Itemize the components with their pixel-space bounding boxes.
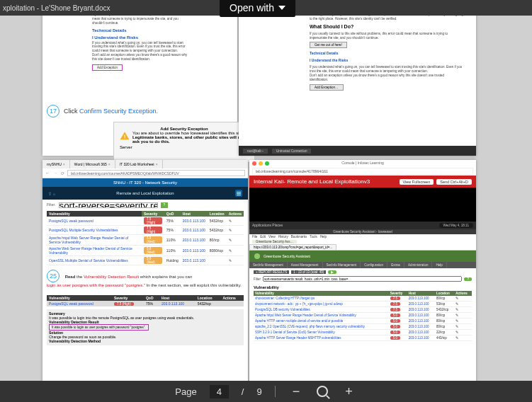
filter-input[interactable] (59, 202, 158, 208)
browser-title: Console | Infosec Learning (249, 161, 476, 165)
summary-box: Summary It was possible to login into th… (47, 309, 244, 345)
gb-filter-label: + REPORT RESULTS (254, 270, 289, 274)
page-label: Page (175, 386, 196, 397)
gb-filter-row: + REPORT RESULTS 1 - 13 of 13 (total: 49… (249, 268, 476, 276)
bl-tabs: mySNHU× Word | Microsoft 365× IT 320 Lab… (43, 160, 248, 168)
url-input[interactable]: lab.infoseclearning.com/course/AKADPSMEO… (67, 170, 245, 176)
br-url-input[interactable]: lab.infoseclearning.com/console/4178964/… (252, 168, 473, 175)
tab-worksheet[interactable]: IT 320 Lab Worksheet× (115, 160, 163, 168)
page-current[interactable]: 4 (210, 385, 229, 398)
nav-fwd-icon[interactable]: → (53, 171, 58, 176)
filter-go-button[interactable]: ? (161, 202, 169, 208)
gb-nav-item[interactable]: Configuration (361, 262, 387, 268)
gb-nav-item[interactable]: Help (432, 262, 446, 268)
open-with-label: Open with (230, 2, 274, 13)
greenbone-nav: SecInfo ManagementAsset ManagementSecInf… (249, 262, 476, 268)
kali-date: Wed May 4, 18:11 (439, 223, 473, 228)
kali-menu-left[interactable]: Applications Places (252, 223, 283, 228)
ff-url[interactable]: https://203.0.113.20/omp?cmd=get_report&… (249, 244, 336, 250)
ff-menu-item[interactable]: Edit (260, 235, 266, 239)
task-terminal[interactable]: root@kali:~ (243, 149, 268, 154)
pane-lab-right: Console | Infosec Learning lab.infosecle… (249, 160, 476, 394)
ff-menu-item[interactable]: Tools (310, 235, 317, 239)
pane-warning-left: What Should I Do? If you usually connect… (43, 0, 237, 156)
tr-tech[interactable]: Technical Details (310, 51, 463, 55)
close-icon[interactable]: × (63, 162, 65, 166)
page-total: 9 (256, 386, 261, 397)
br-url-bar: lab.infoseclearning.com/console/4178964/… (249, 167, 476, 176)
gb-section-title: Vulnerability (249, 284, 476, 291)
get-me-out-button[interactable]: Get me out of here! (310, 42, 347, 48)
page-sep: / (242, 386, 244, 397)
gb-nav-item[interactable]: Asset Management (288, 262, 323, 268)
greenbone-logo-icon (254, 253, 261, 260)
tr-taskbar: root@kali:~ Untrusted Connection (239, 146, 476, 156)
tab-word[interactable]: Word | Microsoft 365× (70, 160, 115, 168)
step-17-circle: 17 (47, 105, 60, 117)
ff-menu: FileEditViewHistoryBookmarksToolsHelp (249, 234, 476, 239)
add-exception-dialog: Add Security Exception You are about to … (113, 122, 255, 163)
doc-title: xploitation - Le'Shone Bryant.docx (0, 4, 110, 12)
tab-mysnhu[interactable]: mySNHU× (43, 160, 70, 168)
add-exception-button-outline[interactable]: Add Exception (92, 64, 123, 71)
gb-filter-go[interactable]: ▶ (328, 270, 336, 274)
gb-filter-apply[interactable]: ? (464, 277, 472, 281)
tr-heading: What Should I Do? (310, 24, 463, 29)
ff-menu-item[interactable]: Help (320, 235, 327, 239)
step-17-verb: Click (64, 108, 78, 115)
zoom-fit-button[interactable] (317, 386, 328, 397)
gb-table: Vulnerability Severity Host Location Act… (254, 291, 472, 341)
pane-lab-left: mySNHU× Word | Microsoft 365× IT 320 Lab… (43, 160, 248, 394)
close-icon[interactable]: × (156, 162, 158, 166)
gb-nav-item[interactable]: Administration (404, 262, 433, 268)
nav-reload-icon[interactable]: ⟳ (61, 171, 64, 176)
warning-icon (120, 131, 130, 141)
step-17-link: Confirm Security Exception. (79, 108, 158, 115)
gb-nav-item[interactable]: SecInfo Management (323, 262, 361, 268)
dialog-server: Server (120, 145, 249, 149)
open-with-button[interactable]: Open with (220, 0, 295, 17)
svg-point-0 (254, 253, 260, 259)
zoom-in-button[interactable]: + (341, 384, 357, 399)
ff-tabs: Greenbone Security Ass… (249, 239, 476, 244)
gb-filter-pager: 1 - 13 of 13 (total: 49) (291, 270, 326, 274)
close-icon[interactable]: × (108, 162, 111, 166)
bl-url-bar: ← → ⟳ lab.infoseclearning.com/course/AKA… (43, 168, 248, 178)
ff-menu-item[interactable]: File (252, 235, 257, 239)
gb-nav-item[interactable]: SecInfo Management (249, 262, 288, 268)
tr-risks[interactable]: I Understand the Risks (310, 58, 463, 62)
tl-p2: If you understand what's going on, you c… (92, 41, 188, 54)
task-browser[interactable]: Untrusted Connection (272, 149, 312, 154)
ff-urlrow: https://203.0.113.20/omp?cmd=get_report&… (249, 244, 476, 251)
bl-filter-row: Filter: ? (43, 200, 248, 211)
caret-down-icon (278, 6, 285, 10)
tl-risks[interactable]: I Understand the Risks (92, 35, 188, 40)
vuln-table-2: Vulnerability Severity QoD Host Location… (47, 295, 244, 306)
ff-menu-item[interactable]: History (278, 235, 288, 239)
pane-warning-right: Normally, when you try to connect secure… (239, 0, 476, 156)
greenbone-brand: Greenbone Security Assistant (249, 251, 476, 262)
tab-greenbone[interactable]: Greenbone Security Ass… (252, 240, 297, 243)
vdr-highlight: It was possible to login as user postgre… (49, 324, 149, 331)
vm-title: Internal Kali- Remote and Local Exploita… (254, 178, 370, 185)
add-exception-button[interactable]: Add Exception… (310, 84, 344, 91)
kali-menubar: Applications Places Wed May 4, 18:11 (249, 222, 476, 229)
vm-header: Internal Kali- Remote and Local Exploita… (249, 176, 476, 188)
tl-p3: Don't add an exception unless you know t… (92, 53, 188, 62)
tl-tech[interactable]: Technical Details (92, 28, 188, 33)
view-fullscreen-button[interactable]: View Fullscreen (400, 179, 434, 185)
page-control-bar: Page 4 / 9 − + (0, 381, 532, 402)
lesson-title-bar: ⇪ ⌂ Remote and Local Exploitation (43, 187, 248, 200)
step-25-circle: 25 (47, 270, 60, 282)
send-ctrlaltdel-button[interactable]: Send Ctrl+Alt+D (436, 179, 472, 185)
tr-p1: If you usually connect to this site with… (310, 32, 463, 40)
gb-filter-input[interactable] (263, 276, 462, 282)
zoom-out-button[interactable]: − (288, 384, 305, 399)
dialog-line2: Legitimate banks, stores, and other publ… (120, 135, 249, 144)
gb-nav-item[interactable]: Extras (387, 262, 404, 268)
nav-back-icon[interactable]: ← (45, 171, 50, 176)
ff-menu-item[interactable]: Bookmarks (291, 235, 307, 239)
ff-menu-item[interactable]: View (268, 235, 276, 239)
tr-p2: If you understand what's going on, you c… (310, 65, 463, 74)
course-title-bar: SNHU - IT 320 - Network Security (43, 178, 248, 187)
